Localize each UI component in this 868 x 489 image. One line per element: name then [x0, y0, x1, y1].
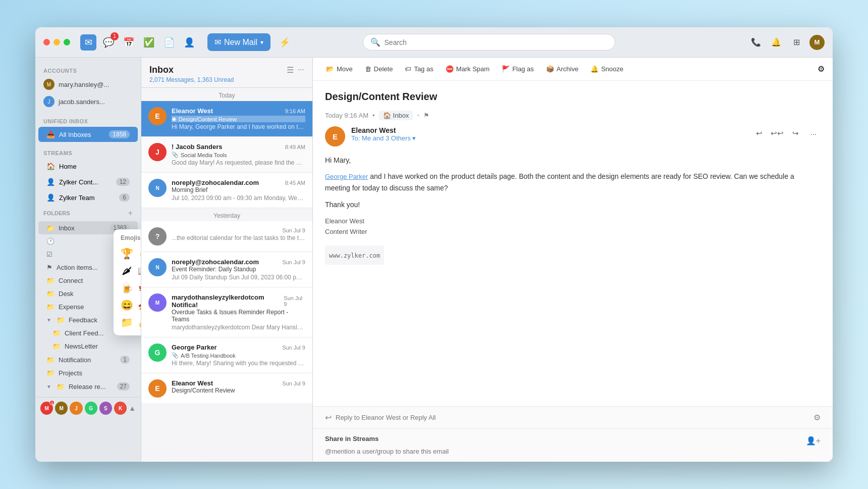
bottom-avatar-j[interactable]: J	[70, 402, 82, 415]
inbox-title: Inbox	[149, 65, 174, 75]
email-item-7[interactable]: G George Parker Sun Jul 9 📎A/B Testing H…	[141, 337, 312, 373]
lightning-icon[interactable]: ⚡	[277, 34, 293, 51]
user-avatar[interactable]: M	[809, 35, 825, 50]
folder-client-feed-icon: 📁	[52, 329, 61, 337]
unified-inbox-label: UNIFIED INBOX	[35, 114, 141, 126]
email-content-3: noreply@zohocalendar.com 8:45 AM Morning…	[172, 179, 305, 202]
sidebar-item-zylker-cont[interactable]: 👤 Zylker Cont... 12	[38, 174, 138, 189]
detail-sender-info: Eleanor West To: Me and 3 Others ▾	[351, 126, 746, 142]
sidebar-item-zylker-team[interactable]: 👤 Zylker Team 6	[38, 190, 138, 205]
email-item-2[interactable]: J ! Jacob Sanders 8:49 AM 📎Social Media …	[141, 137, 312, 173]
reply-all-icon[interactable]: ↩↩	[770, 126, 784, 140]
collapse-feedback-icon[interactable]: ▼	[46, 317, 51, 323]
flag-as-button[interactable]: 🚩 Flag as	[497, 63, 539, 75]
layout-icon[interactable]: ⊞	[789, 35, 803, 50]
collapse-release-icon[interactable]: ▼	[46, 384, 51, 389]
search-bar[interactable]: 🔍	[363, 34, 615, 51]
add-folder-button[interactable]: +	[128, 209, 133, 218]
emoji-cell[interactable]: 🚀	[136, 297, 141, 313]
archive-button[interactable]: 📦 Archive	[541, 63, 583, 75]
emoji-cell[interactable]: 👍	[136, 314, 141, 330]
bottom-avatar-g[interactable]: G	[85, 402, 97, 415]
account-avatar-mary: M	[43, 79, 55, 90]
move-button[interactable]: 📂 Move	[321, 63, 358, 75]
expand-bottom-icon[interactable]: ▲	[129, 404, 136, 412]
email-item-8[interactable]: E Eleanor West Sun Jul 9 Design/Content …	[141, 373, 312, 404]
sidebar-folder-projects[interactable]: 📁 Projects	[38, 367, 138, 379]
contacts-icon[interactable]: 👤	[181, 34, 197, 51]
all-inboxes-count: 1858	[109, 130, 130, 138]
emoji-cell[interactable]: 🍺	[119, 280, 135, 296]
search-input[interactable]	[385, 38, 608, 46]
sidebar-folder-notification[interactable]: 📁 Notification 1	[38, 353, 138, 366]
phone-icon[interactable]: 📞	[749, 35, 763, 50]
calendar-icon[interactable]: 📅	[121, 34, 137, 51]
emoji-cell[interactable]: 😄	[119, 297, 135, 313]
notes-icon[interactable]: 📄	[161, 34, 177, 51]
folder-projects-icon: 📁	[46, 369, 55, 377]
account-avatar-jacob: J	[43, 96, 55, 107]
email-list: Inbox ☰ ··· 2,071 Messages, 1,363 Unread…	[141, 58, 313, 462]
emoji-popup: Emojis 🏆✋🐷⏳✌🎬❌🌶📖✏⏰🎁🌿🍩🍺🍁🛒⭐😊👏📎😄🚀💀❤🌳✅💼📁👍🙏📅🍮…	[114, 229, 141, 335]
detail-content: Design/Content Review Today 9:16 AM • 🏠 …	[313, 81, 833, 406]
sidebar-item-home[interactable]: 🏠 Home	[38, 159, 138, 174]
body-link[interactable]: George Parker	[325, 173, 368, 180]
email-sender-1: Eleanor West	[172, 107, 213, 115]
emoji-cell[interactable]: 🍁	[136, 280, 141, 296]
email-preview-4: ...the editorial calendar for the last t…	[172, 234, 305, 241]
more-options-icon[interactable]: ···	[298, 65, 304, 75]
account-name-mary: mary.hansley@...	[59, 81, 109, 88]
maximize-button[interactable]	[64, 39, 70, 45]
emoji-cell[interactable]: 📖	[136, 263, 141, 279]
emoji-cell[interactable]: 🌶	[119, 263, 135, 279]
folder-notification-count: 1	[120, 356, 130, 364]
website-text: www.zylker.com	[329, 252, 380, 259]
forward-icon[interactable]: ↪	[788, 126, 802, 140]
account-jacob[interactable]: J jacob.sanders...	[35, 93, 141, 110]
bottom-avatar-m[interactable]: M	[55, 402, 68, 415]
delete-button[interactable]: 🗑 Delete	[360, 63, 398, 75]
add-stream-member-icon[interactable]: 👤+	[806, 436, 821, 446]
email-item-4[interactable]: ? Sun Jul 9 ...the editorial calendar fo…	[141, 221, 312, 252]
sidebar-item-all-inboxes[interactable]: 📥 All Inboxes 1858	[38, 127, 138, 142]
more-actions-icon[interactable]: ···	[806, 126, 821, 140]
detail-meta-row: Today 9:16 AM • 🏠 Inbox • ⚑	[325, 111, 821, 120]
email-item-3[interactable]: N noreply@zohocalendar.com 8:45 AM Morni…	[141, 173, 312, 208]
close-button[interactable]	[43, 39, 50, 45]
detail-time: Today 9:16 AM	[325, 112, 368, 119]
bottom-avatar-k[interactable]: K	[114, 402, 127, 415]
chat-icon[interactable]: 💬 1	[100, 34, 117, 51]
reply-icon[interactable]: ↩	[752, 126, 766, 140]
tasks-icon[interactable]: ✅	[141, 34, 157, 51]
mail-icon[interactable]: ✉	[80, 34, 96, 51]
tag-as-button[interactable]: 🏷 Tag as	[400, 63, 438, 75]
snooze-button[interactable]: 🔔 Snooze	[585, 63, 628, 75]
minimize-button[interactable]	[53, 39, 60, 45]
bottom-avatar-s[interactable]: S	[99, 402, 112, 415]
sidebar-folder-newsletter[interactable]: 📁 NewsLetter	[38, 340, 138, 353]
email-item-5[interactable]: N noreply@zohocalendar.com Sun Jul 9 Eve…	[141, 252, 312, 287]
email-sender-7: George Parker	[172, 344, 217, 351]
email-preview-5: Jul 09 Daily Standup Sun Jul 09, 2023 06…	[172, 274, 305, 281]
emoji-cell[interactable]: 📁	[119, 314, 135, 330]
reply-input[interactable]	[336, 414, 809, 421]
account-mary[interactable]: M mary.hansley@...	[35, 76, 141, 93]
share-input[interactable]	[325, 448, 821, 455]
website-link[interactable]: www.zylker.com	[325, 246, 384, 265]
reply-options-icon[interactable]: ⚙	[813, 413, 821, 422]
bell-icon[interactable]: 🔔	[769, 35, 783, 50]
mark-spam-button[interactable]: ⛔ Mark Spam	[441, 63, 495, 75]
emoji-cell[interactable]: 🏆	[119, 246, 135, 262]
emoji-cell[interactable]: ✋	[136, 246, 141, 262]
inbox-icon: 📥	[46, 130, 55, 138]
email-item-6[interactable]: M marydothansleyzylkerdotcom Notifica! S…	[141, 287, 312, 337]
email-item-1[interactable]: E Eleanor West 9:16 AM ◉Design/Content R…	[141, 101, 312, 137]
new-mail-button[interactable]: ✉ New Mail ▾	[207, 33, 270, 51]
detail-more-icon[interactable]: ⚙	[818, 64, 825, 74]
filter-icon[interactable]: ☰	[287, 65, 294, 75]
body-paragraph: George Parker and I have worked on the p…	[325, 171, 821, 193]
sidebar-folder-release[interactable]: ▼ 📁 Release re... 27	[38, 380, 138, 393]
email-time-1: 9:16 AM	[285, 108, 305, 114]
detail-recipients[interactable]: To: Me and 3 Others ▾	[351, 134, 746, 142]
email-content-8: Eleanor West Sun Jul 9 Design/Content Re…	[172, 379, 305, 398]
